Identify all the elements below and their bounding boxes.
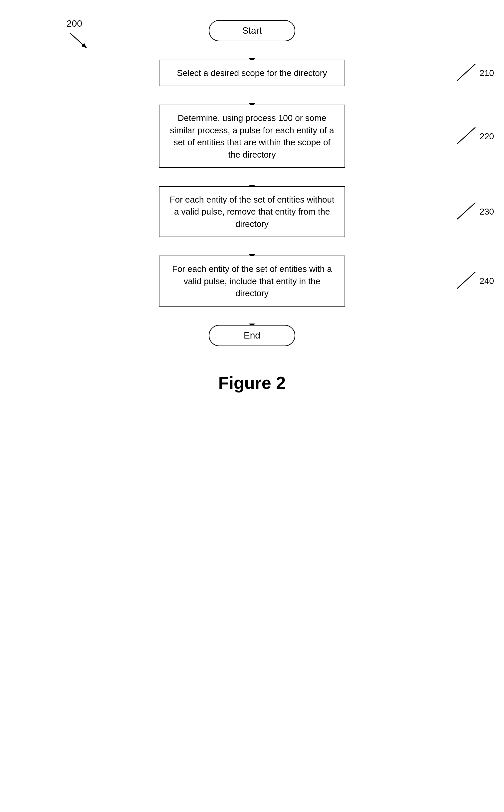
step-210-box: Select a desired scope for the directory [159, 60, 345, 86]
end-row: End [0, 325, 504, 346]
step-220-number: 220 [480, 131, 494, 141]
svg-line-3 [457, 127, 475, 144]
step-210-number: 210 [480, 68, 494, 78]
arrow-1 [252, 41, 253, 60]
step-220-slash-icon [457, 127, 477, 145]
arrow-3 [252, 168, 253, 186]
page: 200 Start Select a desired scope for the… [0, 0, 504, 812]
arrow-4 [252, 237, 253, 256]
step-240-slash-icon [457, 272, 477, 290]
arrow-5 [252, 307, 253, 325]
step-230-annotation: 230 [457, 202, 494, 221]
step-230-row: For each entity of the set of entities w… [0, 186, 504, 237]
start-row: Start [0, 20, 504, 41]
step-210-annotation: 210 [457, 64, 494, 82]
step-210-row: Select a desired scope for the directory… [0, 60, 504, 86]
step-240-annotation: 240 [457, 272, 494, 290]
step-240-row: For each entity of the set of entities w… [0, 256, 504, 307]
step-220-annotation: 220 [457, 127, 494, 145]
end-node: End [209, 325, 295, 346]
svg-line-4 [457, 202, 475, 219]
svg-line-2 [457, 64, 475, 81]
start-node: Start [209, 20, 295, 41]
step-210-slash-icon [457, 64, 477, 82]
step-230-number: 230 [480, 207, 494, 217]
svg-line-5 [457, 272, 475, 289]
arrow-2 [252, 86, 253, 105]
step-220-box: Determine, using process 100 or some sim… [159, 105, 345, 168]
flowchart: Start Select a desired scope for the dir… [0, 20, 504, 346]
step-230-slash-icon [457, 202, 477, 221]
step-240-box: For each entity of the set of entities w… [159, 256, 345, 307]
step-230-box: For each entity of the set of entities w… [159, 186, 345, 237]
step-220-row: Determine, using process 100 or some sim… [0, 105, 504, 168]
step-240-number: 240 [480, 276, 494, 286]
figure-caption: Figure 2 [218, 373, 286, 393]
